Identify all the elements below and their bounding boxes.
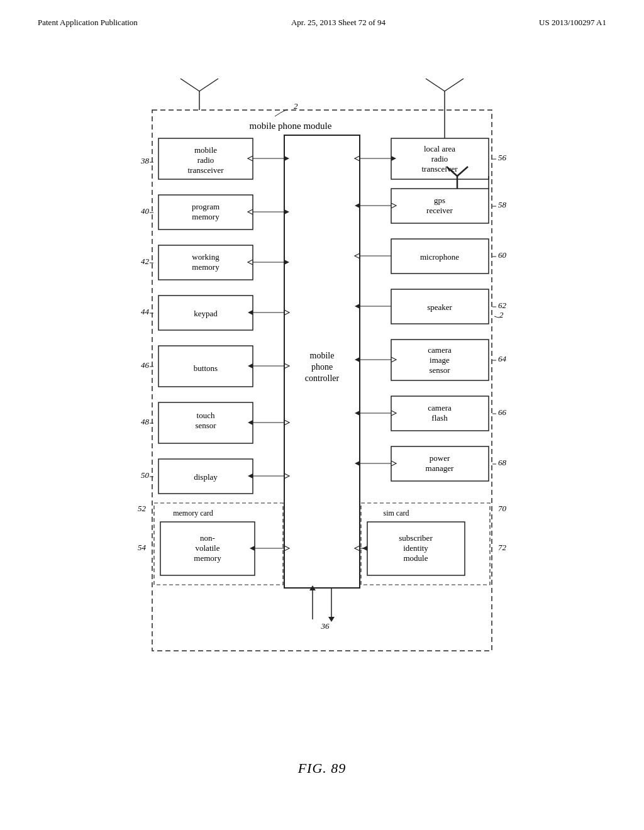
- header-left: Patent Application Publication: [38, 18, 138, 28]
- ref-72: 72: [498, 543, 507, 552]
- controller-label3: controller: [305, 374, 340, 383]
- figure-label: FIG. 89: [298, 760, 347, 777]
- sim-card-label: sim card: [384, 509, 409, 517]
- svg-marker-28: [248, 420, 253, 425]
- nonvol-l2: volatile: [196, 543, 220, 553]
- block-42-l2: memory: [192, 262, 219, 272]
- svg-marker-34: [391, 156, 396, 161]
- block-40-l2: memory: [192, 212, 219, 221]
- block-66-l1: camera: [428, 403, 452, 412]
- svg-line-9: [457, 167, 468, 176]
- block-40-l1: program: [192, 202, 219, 211]
- subscriber-l1: subscriber: [399, 533, 433, 543]
- svg-marker-53: [355, 461, 360, 466]
- block-66-l2: flash: [431, 413, 448, 423]
- ref-66: 66: [498, 407, 507, 417]
- ref-2-right: 2: [499, 310, 504, 319]
- block-58-l2: receiver: [426, 206, 453, 215]
- block-50: display: [194, 472, 218, 482]
- ref-68: 68: [498, 458, 507, 467]
- svg-marker-44: [355, 304, 360, 309]
- nonvol-l1: non-: [200, 533, 215, 543]
- svg-line-2: [180, 79, 199, 91]
- block-68-l2: manager: [426, 463, 454, 473]
- block-68-l1: power: [430, 453, 450, 463]
- svg-line-3: [199, 79, 218, 91]
- svg-marker-47: [355, 357, 360, 362]
- svg-marker-13: [284, 156, 289, 161]
- ref-60: 60: [498, 250, 507, 260]
- ref-54: 54: [138, 543, 147, 552]
- block-44: keypad: [194, 309, 218, 318]
- svg-marker-61: [362, 546, 367, 551]
- controller-label: mobile: [310, 351, 335, 360]
- ref-50: 50: [141, 470, 150, 480]
- block-48-l2: sensor: [195, 421, 216, 430]
- ref-64: 64: [498, 354, 507, 363]
- svg-marker-19: [284, 260, 289, 265]
- svg-marker-50: [355, 411, 360, 416]
- block-62: speaker: [427, 302, 452, 312]
- ref-44: 44: [141, 307, 150, 316]
- block-38-l2: radio: [197, 155, 214, 165]
- svg-marker-57: [250, 546, 255, 551]
- block-46: buttons: [194, 363, 218, 373]
- ref-42: 42: [141, 257, 150, 266]
- ref-48: 48: [141, 417, 150, 426]
- ref-40: 40: [141, 206, 150, 216]
- ref-52: 52: [138, 504, 147, 513]
- svg-marker-65: [328, 617, 335, 622]
- svg-marker-31: [248, 473, 253, 479]
- ref-38: 38: [140, 156, 150, 165]
- ref-62: 62: [498, 301, 507, 310]
- svg-marker-16: [284, 209, 289, 214]
- svg-marker-22: [248, 310, 253, 315]
- block-38-l3: transceiver: [187, 165, 224, 175]
- block-64-l1: camera: [428, 345, 452, 355]
- svg-marker-38: [355, 203, 360, 208]
- block-64-l3: sensor: [429, 365, 450, 375]
- block-42-l1: working: [192, 252, 219, 262]
- controller-label2: phone: [311, 362, 333, 372]
- nonvol-l3: memory: [194, 553, 221, 563]
- bus-label: 36: [321, 621, 330, 631]
- block-58-l1: gps: [434, 196, 445, 205]
- svg-line-5: [426, 79, 445, 91]
- module-label: mobile phone module: [250, 121, 332, 131]
- block-56-l2: radio: [431, 154, 448, 163]
- ref-56: 56: [498, 153, 507, 162]
- ref-58: 58: [498, 200, 507, 209]
- svg-rect-10: [284, 135, 360, 588]
- block-64-l2: image: [430, 355, 450, 365]
- block-38-l1: mobile: [194, 145, 217, 155]
- block-60: microphone: [420, 252, 459, 262]
- ref-70: 70: [498, 504, 507, 513]
- subscriber-l3: module: [404, 553, 428, 563]
- block-48-l1: touch: [197, 411, 215, 420]
- memory-card-label: memory card: [173, 509, 213, 517]
- block-56-l1: local area: [424, 144, 455, 153]
- svg-marker-25: [248, 363, 253, 368]
- diagram-area: mobile phone module 2 mobile phone contr…: [102, 57, 542, 748]
- header-center: Apr. 25, 2013 Sheet 72 of 94: [291, 18, 386, 28]
- ref-46: 46: [141, 360, 150, 370]
- header-right: US 2013/100297 A1: [539, 18, 606, 28]
- block-56-l3: transceiver: [421, 164, 458, 174]
- ref-2-top: 2: [294, 101, 298, 111]
- svg-line-6: [445, 79, 464, 91]
- subscriber-l2: identity: [403, 543, 428, 553]
